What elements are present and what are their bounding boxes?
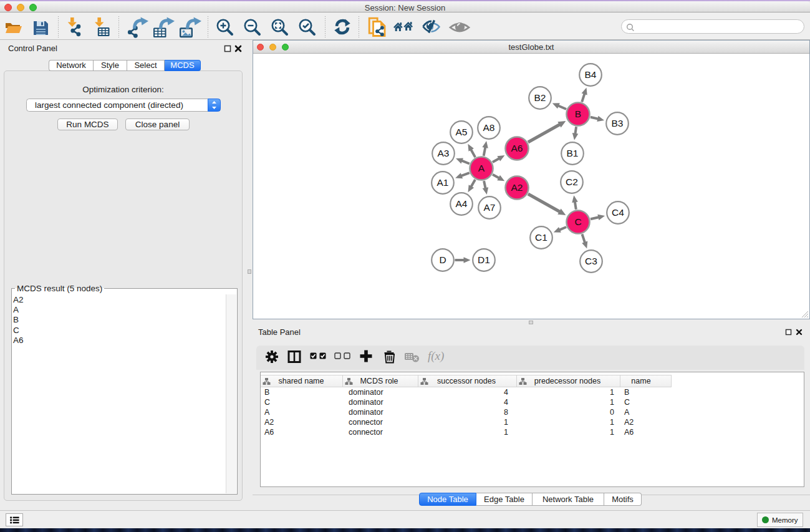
svg-text:A: A [478, 163, 485, 173]
svg-text:A1: A1 [437, 177, 449, 188]
svg-text:A4: A4 [456, 198, 468, 209]
svg-text:A5: A5 [456, 127, 468, 137]
svg-text:B3: B3 [612, 118, 624, 128]
svg-text:A2: A2 [511, 182, 523, 193]
svg-text:C1: C1 [535, 232, 547, 243]
svg-text:D: D [439, 254, 446, 265]
svg-text:C4: C4 [612, 207, 624, 218]
svg-text:C: C [574, 216, 581, 227]
svg-text:A6: A6 [511, 143, 523, 153]
svg-text:A7: A7 [484, 202, 496, 213]
svg-text:B4: B4 [585, 69, 597, 80]
svg-text:A3: A3 [438, 148, 450, 158]
svg-text:A8: A8 [483, 122, 495, 133]
svg-text:C3: C3 [585, 256, 597, 266]
svg-text:D1: D1 [478, 254, 490, 265]
svg-text:C2: C2 [566, 177, 578, 187]
svg-text:B2: B2 [534, 92, 546, 103]
svg-text:B: B [575, 109, 581, 119]
svg-text:B1: B1 [567, 148, 579, 158]
